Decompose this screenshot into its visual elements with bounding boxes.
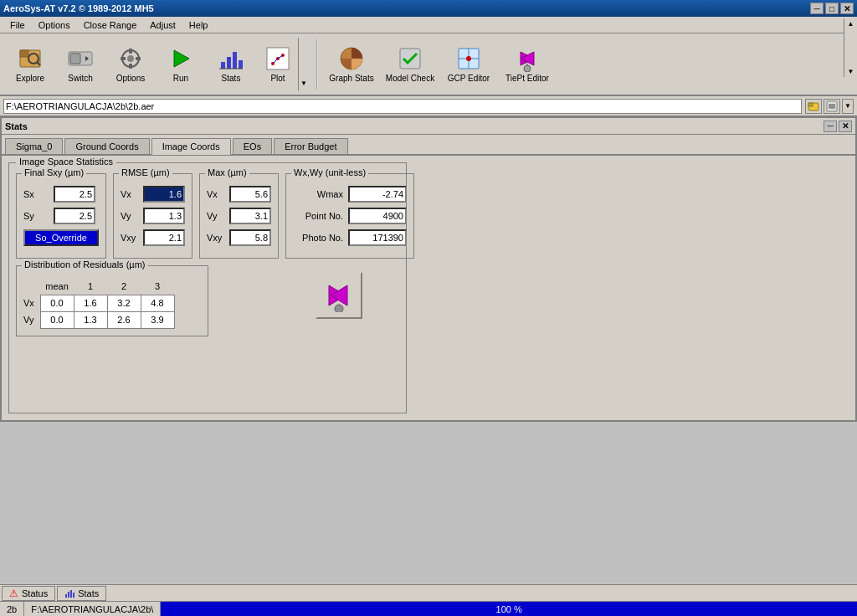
vy-rmse-row: Vy (121, 208, 185, 224)
toolbar-separator-1 (316, 39, 318, 90)
svg-point-41 (335, 305, 343, 312)
stats-close-button[interactable]: ✕ (839, 121, 852, 132)
menu-options[interactable]: Options (32, 18, 77, 32)
dist-vy-mean: 0.0 (40, 311, 74, 328)
wxwy-box: Wx,Wy (unit-less) Wmax Point No. Photo N… (285, 173, 414, 259)
stats-button[interactable]: Stats (208, 38, 254, 91)
stats-panel-title: Stats (5, 121, 28, 131)
wmax-label: Wmax (293, 189, 343, 199)
tab-image-coords[interactable]: Image Coords (151, 138, 231, 155)
distribution-title: Distribution of Residuals (µm) (22, 259, 148, 270)
explore-label: Explore (16, 74, 44, 83)
dist-vy-2: 2.6 (107, 311, 141, 328)
stats-titlebar: Stats ─ ✕ (2, 118, 855, 135)
filepath-action-button[interactable] (824, 99, 840, 114)
gcp-editor-icon (455, 45, 482, 72)
bottom-progress: 100 % (161, 602, 857, 616)
filepath-dropdown-button[interactable]: ▼ (842, 99, 854, 114)
vxy-rmse-row: Vxy (121, 229, 185, 246)
options-button[interactable]: Options (107, 38, 154, 91)
filepath-browse-button[interactable] (805, 99, 822, 114)
image-space-statistics-box: Image Space Statistics Final Sxy (µm) Sx… (8, 162, 407, 413)
final-sxy-box: Final Sxy (µm) Sx Sy So_Override (16, 173, 106, 259)
vxy-max-label: Vxy (207, 233, 224, 243)
wmax-input[interactable] (348, 186, 407, 203)
stats-minimize-button[interactable]: ─ (824, 121, 837, 132)
tab-ground-coords[interactable]: Ground Coords (64, 138, 149, 154)
filepath-bar: ▼ (0, 96, 857, 116)
tiept-editor-label: TiePt Editor (505, 74, 549, 83)
explore-button[interactable]: Explore (7, 38, 54, 91)
distribution-table: mean 1 2 3 Vx 0.0 1.6 3.2 4.8 (23, 278, 175, 329)
distribution-box: Distribution of Residuals (µm) mean 1 2 … (16, 265, 208, 336)
menu-help[interactable]: Help (182, 18, 215, 32)
plot-button[interactable]: Plot (258, 38, 298, 91)
status-tab[interactable]: ⚠ Status (2, 586, 55, 601)
plot-dropdown[interactable]: ▼ (298, 38, 310, 91)
so-override-button[interactable]: So_Override (23, 229, 99, 246)
stats-tab[interactable]: Stats (57, 586, 106, 601)
tab-bar: Sigma_0 Ground Coords Image Coords EOs E… (2, 135, 855, 156)
tiept-editor-icon (514, 45, 541, 72)
rmse-title: RMSE (µm) (119, 167, 172, 177)
close-button[interactable]: ✕ (840, 3, 854, 14)
menu-file[interactable]: File (3, 18, 32, 32)
vxy-rmse-input[interactable] (143, 229, 185, 246)
tiept-button-icon (322, 279, 356, 312)
svg-point-31 (524, 65, 531, 72)
options-label: Options (116, 74, 145, 83)
vy-rmse-label: Vy (121, 211, 138, 221)
dist-vx-mean: 0.0 (40, 295, 74, 311)
image-space-statistics-title: Image Space Statistics (16, 157, 116, 167)
model-check-button[interactable]: Model Check (382, 38, 439, 91)
tab-sigma0[interactable]: Sigma_0 (5, 138, 63, 154)
status-bar: ⚠ Status Stats (0, 584, 857, 601)
switch-button[interactable]: Switch (57, 38, 104, 91)
vy-rmse-input[interactable] (143, 208, 185, 224)
stats-tab-label: Stats (78, 588, 99, 598)
photo-no-row: Photo No. (293, 229, 407, 246)
run-icon (167, 45, 194, 72)
run-button[interactable]: Run (157, 38, 204, 91)
vx-rmse-label: Vx (121, 189, 138, 199)
toolbar-scroll[interactable]: ▲ ▼ (844, 18, 857, 77)
svg-rect-34 (808, 103, 813, 106)
photo-no-input[interactable] (348, 229, 407, 246)
sx-input[interactable] (54, 186, 95, 203)
vx-rmse-row: Vx (121, 186, 185, 203)
tiept-editor-button[interactable]: TiePt Editor (499, 38, 556, 91)
gcp-editor-label: GCP Editor (448, 74, 490, 83)
graph-stats-button[interactable]: Graph Stats (325, 38, 378, 91)
dist-vx-1: 1.6 (74, 295, 107, 311)
max-title: Max (µm) (205, 167, 249, 177)
tab-eos[interactable]: EOs (233, 138, 272, 154)
wmax-row: Wmax (293, 186, 407, 203)
tiept-icon-button[interactable] (316, 272, 362, 319)
point-no-input[interactable] (348, 208, 407, 224)
menu-close-range[interactable]: Close Range (77, 18, 144, 32)
vxy-max-row: Vxy (207, 229, 271, 246)
tab-error-budget[interactable]: Error Budget (274, 138, 347, 154)
svg-rect-46 (73, 593, 74, 598)
svg-rect-45 (70, 590, 72, 598)
svg-rect-17 (239, 60, 243, 69)
gcp-editor-button[interactable]: GCP Editor (442, 38, 495, 91)
stats-bottom-row: Distribution of Residuals (µm) mean 1 2 … (16, 265, 399, 336)
stats-label: Stats (222, 74, 241, 83)
maximize-button[interactable]: □ (825, 3, 839, 14)
app-title: AeroSys-AT v7.2 © 1989-2012 MH5 (3, 3, 154, 13)
vx-max-input[interactable] (229, 186, 271, 203)
plot-label: Plot (270, 74, 285, 83)
minimize-button[interactable]: ─ (810, 3, 824, 14)
svg-point-8 (127, 55, 134, 62)
dist-col-2: 2 (107, 278, 141, 295)
svg-rect-1 (20, 50, 28, 57)
vx-rmse-input[interactable] (143, 186, 185, 203)
menu-adjust[interactable]: Adjust (143, 18, 182, 32)
toolbar: Explore Switch Options (0, 33, 857, 96)
vy-max-input[interactable] (229, 208, 271, 224)
vxy-max-input[interactable] (229, 229, 271, 246)
filepath-input[interactable] (3, 99, 802, 114)
sy-input[interactable] (54, 208, 95, 224)
status-indicator-icon: ⚠ (9, 588, 18, 599)
